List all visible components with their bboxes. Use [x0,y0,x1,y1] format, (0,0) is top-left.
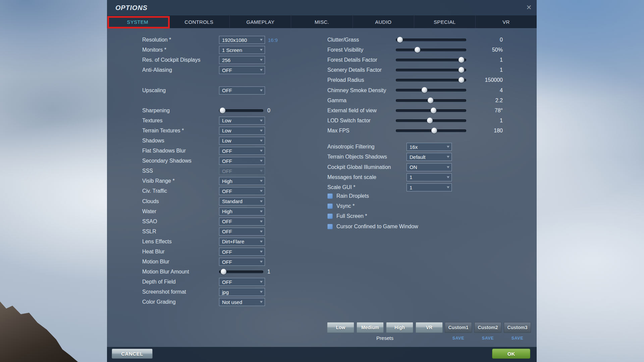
close-icon[interactable]: ✕ [525,3,533,12]
dropdown-cockpit-global-illumination[interactable]: ON [407,163,452,171]
dropdown-clouds[interactable]: Standard [219,197,265,205]
dropdown-secondary-shadows[interactable]: OFF [219,157,265,165]
dropdown-color-grading[interactable]: Not used [219,298,265,306]
chevron-down-icon [260,130,263,132]
chevron-down-icon [260,140,263,142]
chevron-down-icon [260,241,263,243]
dropdown-value: OFF [222,279,232,285]
dropdown-heat-blur[interactable]: OFF [219,248,265,256]
slider-chimney-smoke-density[interactable] [396,89,466,92]
slider-handle[interactable] [459,57,464,63]
chevron-down-icon [260,221,263,223]
dropdown-upscaling[interactable]: OFF [219,86,265,95]
setting-label: Secondary Shadows [142,158,219,164]
slider-handle[interactable] [459,77,464,83]
dropdown-lens-effects[interactable]: Dirt+Flare [219,238,265,246]
dropdown-motion-blur[interactable]: OFF [219,258,265,266]
tab-audio[interactable]: AUDIO [353,15,414,28]
dropdown-terrain-objects-shadows[interactable]: Default [407,153,452,161]
slider-handle[interactable] [397,37,403,43]
dropdown-messages-font-scale[interactable]: 1 [407,173,452,181]
save-custom1-button[interactable]: SAVE [445,336,472,341]
slider-sharpening[interactable] [219,109,263,112]
slider-preload-radius[interactable] [396,79,466,81]
settings-row: TexturesLow [142,116,317,126]
settings-row: CloudsStandard [142,196,317,206]
slider-handle[interactable] [422,87,427,93]
slider-forest-visibility[interactable] [396,49,466,51]
preset-custom1-button[interactable]: Custom1 [445,322,472,333]
dropdown-anti-aliasing[interactable]: OFF [219,66,265,74]
preset-high-button[interactable]: High [386,322,413,333]
tab-controls[interactable]: CONTROLS [168,15,230,28]
tab-vr[interactable]: VR [476,15,537,28]
dropdown-value: OFF [222,158,232,164]
slider-external-field-of-view[interactable] [396,109,466,112]
settings-row: Resolution *1920x108016:9 [142,35,317,45]
setting-label: Visib Range * [142,178,219,184]
dialog-footer [107,347,537,362]
checkbox-full-screen[interactable] [327,214,333,219]
dropdown-screenshot-format[interactable]: jpg [219,288,265,296]
preset-vr-button[interactable]: VR [416,322,443,333]
tab-gameplay[interactable]: GAMEPLAY [230,15,291,28]
tab-misc[interactable]: MISC. [291,15,353,28]
save-custom2-button[interactable]: SAVE [474,336,501,341]
dropdown-flat-shadows-blur[interactable]: OFF [219,147,265,155]
dropdown-scale-gui[interactable]: 1 [407,183,452,191]
slider-handle[interactable] [427,118,433,123]
preset-custom2-button[interactable]: Custom2 [474,322,501,333]
dropdown-res-of-cockpit-displays[interactable]: 256 [219,56,265,64]
setting-label: Clutter/Grass [327,37,359,43]
dropdown-value: OFF [222,259,232,265]
dropdown-resolution[interactable]: 644x362 [219,36,265,44]
slider-handle[interactable] [221,269,226,275]
slider-clutter-grass[interactable] [396,39,466,41]
dropdown-textures[interactable]: Low [219,117,265,125]
chevron-down-icon [260,301,263,303]
save-custom3-button[interactable]: SAVE [504,336,531,341]
preset-medium-button[interactable]: Medium [357,322,384,333]
slider-handle[interactable] [220,108,225,113]
dropdown-monitors[interactable]: 1 Screen [219,46,265,54]
cancel-button[interactable]: CANCEL [112,349,153,359]
settings-row: LOD Switch factor1 [327,116,503,126]
settings-row: Terrain Objects ShadowsDefault [327,152,503,162]
slider-motion-blur-amount[interactable] [219,270,263,273]
slider-gamma[interactable] [396,99,466,102]
aspect-ratio-label: 16:9 [268,37,278,43]
dropdown-depth-of-field[interactable]: OFF [219,278,265,286]
dropdown-civ-traffic[interactable]: OFF [219,187,265,195]
settings-row: Cockpit Global IlluminationON [327,162,503,172]
slider-handle[interactable] [428,98,433,103]
checkbox-rain-droplets[interactable] [327,193,333,199]
dropdown-sslr[interactable]: OFF [219,228,265,236]
dropdown-value: OFF [222,87,232,93]
settings-row: Messages font scale1 [327,172,503,182]
chevron-down-icon [260,150,263,152]
dropdown-terrain-textures[interactable]: Low [219,127,265,135]
checkbox-vsync[interactable] [327,203,333,209]
slider-handle[interactable] [431,128,437,133]
slider-handle[interactable] [459,67,464,73]
tab-special[interactable]: SPECIAL [414,15,476,28]
dropdown-water[interactable]: High [219,207,265,216]
checkbox-label: Cursor Confined to Game Window [336,224,418,230]
dropdown-anisotropic-filtering[interactable]: 16x [407,143,452,151]
slider-max-fps[interactable] [396,129,466,132]
dropdown-ssao[interactable]: OFF [219,218,265,226]
dropdown-shadows[interactable]: Low [219,137,265,145]
preset-low-button[interactable]: Low [327,322,354,333]
presets-section: LowMediumHighVRCustom1SAVECustom2SAVECus… [327,322,535,343]
slider-scenery-details-factor[interactable] [396,69,466,71]
slider-handle[interactable] [431,108,436,113]
dropdown-value: 1 [410,174,412,180]
ok-button[interactable]: OK [492,349,530,359]
preset-custom3-button[interactable]: Custom3 [504,322,531,333]
dropdown-value: OFF [222,67,232,73]
slider-lod-switch-factor[interactable] [396,119,466,122]
slider-handle[interactable] [415,47,420,53]
checkbox-cursor-confined-to-game-window[interactable] [327,224,333,229]
dropdown-visib-range[interactable]: High [219,177,265,185]
slider-forest-details-factor[interactable] [396,59,466,61]
